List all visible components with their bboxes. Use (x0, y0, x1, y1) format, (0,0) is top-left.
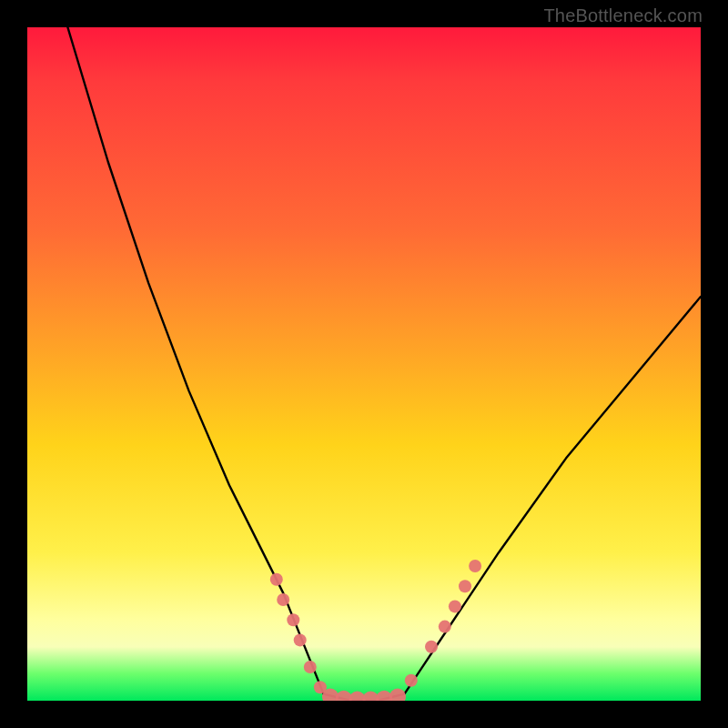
marker-dot (304, 661, 317, 673)
marker-dot (449, 600, 461, 612)
chart-frame: TheBottleneck.com (0, 0, 728, 728)
markers-flat-min (322, 689, 406, 701)
plot-area (27, 27, 701, 701)
marker-dot (405, 674, 418, 687)
bottleneck-curve-svg (27, 27, 701, 701)
marker-dot (294, 633, 307, 646)
marker-dot (469, 560, 481, 572)
bottleneck-curve-path (67, 27, 701, 701)
marker-dot (270, 573, 283, 586)
marker-dot (277, 593, 289, 606)
marker-dot (439, 621, 451, 633)
marker-dot (459, 580, 471, 592)
marker-dot (425, 641, 438, 653)
marker-dot (389, 689, 406, 701)
watermark-text: TheBottleneck.com (543, 5, 703, 26)
marker-dot (287, 613, 299, 626)
markers-right-arm (405, 560, 481, 687)
